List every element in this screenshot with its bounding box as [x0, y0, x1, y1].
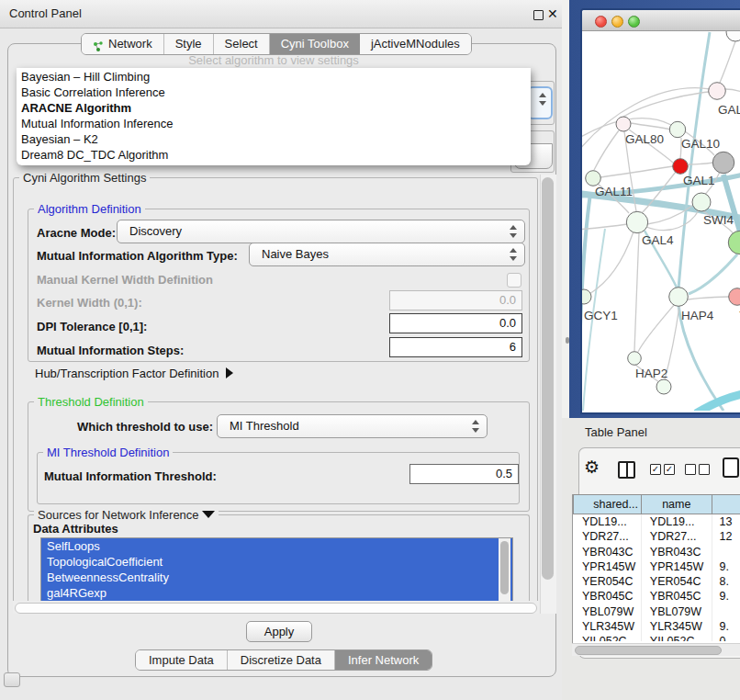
unchecked-checkbox-icon[interactable]	[699, 464, 710, 475]
network-edge[interactable]	[696, 393, 740, 411]
table-cell[interactable]: YBR045C	[642, 589, 712, 604]
tab-select[interactable]: Select	[214, 34, 270, 54]
table-horizontal-scrollbar-thumb[interactable]	[575, 646, 722, 655]
network-edge[interactable]	[646, 210, 699, 231]
algorithm-option[interactable]: Mutual Information Inference	[17, 116, 531, 131]
table-row[interactable]: YBL079WYBL079W	[573, 604, 740, 619]
table-cell[interactable]	[712, 604, 740, 619]
network-edge[interactable]	[723, 175, 740, 238]
table-cell[interactable]: YPR145W	[642, 559, 712, 574]
column-layout-icon[interactable]	[618, 461, 635, 479]
aracne-mode-combo[interactable]: Discovery	[117, 220, 525, 243]
network-node-gal[interactable]	[709, 83, 726, 100]
gear-icon[interactable]: ⚙	[584, 458, 600, 476]
network-edge[interactable]	[634, 233, 639, 351]
tab-cyni-toolbox[interactable]: Cyni Toolbox	[270, 34, 360, 54]
apply-button[interactable]: Apply	[246, 621, 312, 642]
network-edge[interactable]	[594, 130, 619, 170]
algorithm-combo-placeholder[interactable]: Select algorithm to view settings	[17, 53, 531, 67]
attributes-scrollbar-thumb[interactable]	[500, 541, 509, 594]
network-edge[interactable]	[725, 89, 740, 94]
table-cell[interactable]: 9.	[712, 619, 740, 634]
attribute-list-item[interactable]: SelfLoops	[41, 538, 512, 554]
network-edge[interactable]	[688, 297, 729, 299]
table-cell[interactable]: YLR345W	[573, 619, 642, 634]
tab-infer-network[interactable]: Infer Network	[335, 650, 432, 670]
table-cell[interactable]: YPR145W	[573, 559, 642, 574]
settings-vertical-scrollbar-thumb[interactable]	[542, 177, 554, 580]
table-cell[interactable]: YDL19...	[573, 514, 642, 529]
which-threshold-combo[interactable]: MI Threshold	[217, 414, 488, 438]
sources-group-title[interactable]: Sources for Network Inference	[34, 508, 219, 522]
table-row[interactable]: YDR27...YDR27...12	[573, 529, 740, 544]
mi-threshold-field[interactable]: 0.5	[409, 464, 519, 484]
close-icon[interactable]: ✕	[547, 5, 558, 23]
network-node-gal80[interactable]	[616, 117, 631, 131]
table-cell[interactable]: YER054C	[642, 574, 712, 589]
network-edge[interactable]	[638, 304, 675, 352]
algorithm-option[interactable]: Dream8 DC_TDC Algorithm	[17, 147, 531, 163]
tab-jactivemnodules[interactable]: jActiveMNodules	[360, 34, 471, 54]
table-cell[interactable]: 12	[712, 529, 740, 544]
mi-steps-field[interactable]: 6	[389, 337, 522, 357]
table-row[interactable]: YBR043CYBR043C	[573, 545, 740, 559]
network-node-gal1[interactable]	[673, 159, 689, 175]
table-cell[interactable]: YER054C	[573, 574, 642, 589]
algorithm-option[interactable]: ARACNE Algorithm	[17, 100, 531, 116]
network-node[interactable]	[712, 152, 734, 173]
tab-impute-data[interactable]: Impute Data	[136, 650, 228, 670]
float-window-icon[interactable]	[533, 10, 544, 20]
network-node-gal11[interactable]	[586, 171, 601, 186]
table-row[interactable]: YLR345WYLR345W9.	[573, 619, 740, 634]
network-node-gal10[interactable]	[669, 121, 685, 137]
tab-discretize-data[interactable]: Discretize Data	[228, 650, 335, 670]
checked-checkbox-icon[interactable]: ✓	[664, 464, 675, 475]
table-cell[interactable]: YIL052C	[642, 634, 712, 641]
kernel-width-field[interactable]: 0.0	[389, 290, 522, 310]
table-row[interactable]: YIL052CYIL052C0.	[573, 634, 740, 641]
network-window-titlebar[interactable]	[582, 10, 740, 31]
table-cell[interactable]: 0.	[712, 634, 740, 641]
network-node-hap2[interactable]	[628, 352, 642, 366]
table-cell[interactable]: YBL079W	[573, 604, 642, 619]
network-node[interactable]	[728, 231, 740, 254]
mi-type-combo[interactable]: Naive Bayes	[249, 243, 525, 266]
network-node-swi4[interactable]	[692, 193, 711, 211]
table-row[interactable]: YER054CYER054C8.	[573, 574, 740, 589]
table-row[interactable]: YDL19...YDL19...13	[573, 514, 740, 529]
attribute-list-item[interactable]: BetweennessCentrality	[41, 570, 512, 585]
algorithm-option[interactable]: Bayesian – K2	[17, 131, 531, 147]
table-row[interactable]: YBR045CYBR045C9.	[573, 589, 740, 604]
algorithm-option[interactable]: Basic Correlation Inference	[17, 85, 531, 100]
attribute-list-item[interactable]: gal4RGexp	[41, 585, 512, 601]
tab-network[interactable]: Network	[82, 34, 164, 54]
dpi-tolerance-field[interactable]: 0.0	[389, 313, 522, 333]
attribute-list-item[interactable]: TopologicalCoefficient	[41, 554, 512, 570]
manual-kernel-checkbox[interactable]	[507, 273, 521, 288]
table-cell[interactable]: YBL079W	[642, 604, 712, 619]
table-cell[interactable]: YIL052C	[573, 634, 642, 641]
table-cell[interactable]: 8.	[712, 574, 740, 589]
column-header-name[interactable]: name	[642, 494, 712, 514]
zoom-traffic-light-icon[interactable]	[628, 16, 640, 28]
close-traffic-light-icon[interactable]	[595, 16, 607, 28]
checked-checkbox-icon[interactable]: ✓	[650, 464, 661, 475]
network-edge[interactable]	[631, 123, 670, 130]
network-edge[interactable]	[600, 166, 673, 177]
table-cell[interactable]: YDR27...	[573, 529, 642, 544]
tab-style[interactable]: Style	[164, 34, 214, 54]
network-node-hap4[interactable]	[669, 288, 689, 307]
network-canvas[interactable]: GALGAL80GAL10GAL1GAL11SWI4GAL4GCY1HAP4YH…	[582, 31, 740, 411]
table-cell[interactable]: YBR043C	[573, 545, 642, 559]
table-cell[interactable]: 9.	[712, 589, 740, 604]
column-header-shared-name[interactable]: shared...	[573, 494, 642, 514]
column-header-cut[interactable]	[712, 494, 740, 514]
export-table-icon[interactable]	[723, 457, 739, 478]
network-node[interactable]	[656, 379, 671, 394]
table-cell[interactable]: 9.	[712, 559, 740, 574]
network-edge[interactable]	[720, 41, 735, 83]
table-cell[interactable]: YLR345W	[642, 619, 712, 634]
table-cell[interactable]: YDL19...	[642, 514, 712, 529]
settings-horizontal-scrollbar-thumb[interactable]	[15, 603, 537, 614]
obscured-focused-combo[interactable]	[527, 86, 553, 119]
